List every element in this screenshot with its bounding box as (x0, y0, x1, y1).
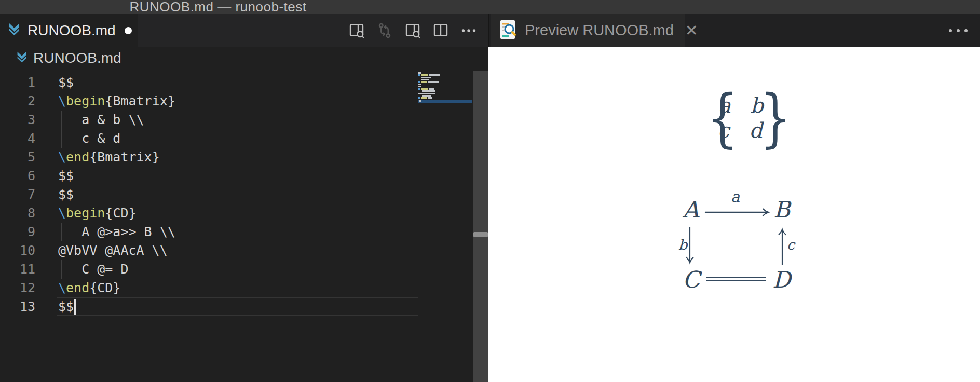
minimap-line (418, 97, 473, 99)
markdown-file-icon (7, 22, 21, 39)
code-line[interactable]: 11 C @= D (0, 260, 488, 279)
cd-node-D: D (772, 268, 791, 291)
line-number: 5 (0, 148, 35, 167)
code-text: A @>a>> B \\ (58, 223, 175, 241)
markdown-file-icon (16, 50, 28, 66)
open-changes-icon[interactable] (375, 21, 394, 40)
editor-actions (347, 14, 478, 47)
tab-label: Preview RUNOOB.md (525, 22, 674, 39)
minimap-line (418, 86, 473, 87)
code-text: a & b \\ (58, 111, 144, 129)
open-preview-icon[interactable] (403, 21, 422, 40)
matrix-cell-a: a (716, 92, 733, 118)
cd-arrow-up (778, 226, 786, 266)
minimap[interactable] (418, 72, 473, 103)
code-text: $$ (58, 185, 74, 204)
cd-arrow-down (686, 226, 694, 266)
line-number: 7 (0, 185, 35, 204)
window-titlebar: RUNOOB.md — runoob-test (0, 0, 980, 14)
tab-runoob-md[interactable]: RUNOOB.md (0, 14, 138, 47)
tab-label: RUNOOB.md (28, 22, 116, 39)
modified-indicator-dot (125, 27, 132, 34)
cd-node-C: C (683, 268, 700, 291)
code-line[interactable]: 6$$ (0, 167, 488, 185)
code-line[interactable]: 2\begin{Bmatrix} (0, 92, 488, 111)
code-line[interactable]: 13$$ (0, 297, 488, 316)
cd-label-c: c (787, 238, 795, 252)
split-editor-icon[interactable] (431, 21, 450, 40)
right-brace: } (760, 92, 792, 146)
code-line[interactable]: 5\end{Bmatrix} (0, 148, 488, 167)
line-number: 9 (0, 223, 35, 241)
sash-drag-handle[interactable] (473, 232, 488, 237)
cd-label-a: a (731, 190, 740, 204)
line-number: 8 (0, 204, 35, 223)
more-actions-icon[interactable] (459, 21, 478, 40)
close-tab-icon[interactable]: ✕ (685, 23, 698, 38)
code-text: c & d (58, 129, 120, 148)
cd-node-A: A (683, 198, 699, 221)
minimap-current-line (418, 100, 472, 103)
window-title: RUNOOB.md — runoob-test (130, 0, 307, 14)
line-number: 4 (0, 129, 35, 148)
rendered-bmatrix: { a b c d } (706, 92, 775, 146)
line-number: 11 (0, 260, 35, 279)
minimap-line (418, 81, 473, 83)
current-line-highlight (57, 297, 418, 316)
line-number: 2 (0, 92, 35, 111)
code-line[interactable]: 4 c & d (0, 129, 488, 148)
code-text: @VbVV @AAcA \\ (58, 241, 168, 260)
code-text: \end{Bmatrix} (58, 148, 160, 167)
right-tab-strip: Preview RUNOOB.md ✕ (488, 14, 980, 47)
code-line[interactable]: 3 a & b \\ (0, 111, 488, 129)
minimap-line (418, 88, 473, 90)
code-line[interactable]: 7$$ (0, 185, 488, 204)
matrix-cell-c: c (715, 117, 732, 143)
breadcrumb-item-filename: RUNOOB.md (33, 50, 121, 66)
line-number: 1 (0, 73, 35, 92)
left-tab-strip: RUNOOB.md (0, 14, 488, 47)
code-line[interactable]: 1$$ (0, 73, 488, 92)
line-number: 10 (0, 241, 35, 260)
breadcrumb[interactable]: RUNOOB.md (0, 47, 121, 70)
cd-arrow-right (705, 208, 772, 216)
code-line[interactable]: 8\begin{CD} (0, 204, 488, 223)
preview-more-actions-icon[interactable] (949, 14, 968, 47)
tab-preview-runoob-md[interactable]: Preview RUNOOB.md ✕ (491, 14, 685, 47)
code-text: $$ (58, 167, 74, 185)
open-preview-to-side-icon[interactable] (347, 21, 366, 40)
code-text: \begin{CD} (58, 204, 137, 223)
code-text: \end{CD} (58, 279, 120, 297)
line-number: 12 (0, 279, 35, 297)
vscode-window: RUNOOB.md — runoob-test RUNOOB.md (0, 0, 980, 382)
editor-scrollbar[interactable] (473, 71, 488, 382)
minimap-line (418, 77, 473, 78)
code-line[interactable]: 9 A @>a>> B \\ (0, 223, 488, 241)
minimap-line (418, 90, 473, 92)
code-lines[interactable]: 1$$2\begin{Bmatrix}3 a & b \\4 c & d5\en… (0, 73, 488, 316)
minimap-line (418, 95, 473, 97)
text-cursor (74, 299, 76, 315)
code-line[interactable]: 12\end{CD} (0, 279, 488, 297)
code-text: $$ (58, 73, 74, 92)
editor-group-right: Preview RUNOOB.md ✕ { a b c d } A B C D … (488, 14, 980, 382)
line-number: 3 (0, 111, 35, 129)
line-number: 6 (0, 167, 35, 185)
markdown-preview-pane[interactable]: { a b c d } A B C D a b c (488, 47, 980, 382)
code-text: \begin{Bmatrix} (58, 92, 175, 111)
rendered-cd-diagram: A B C D a b c (680, 194, 801, 294)
minimap-line (418, 93, 473, 94)
minimap-line (418, 79, 473, 80)
line-number: 13 (0, 297, 35, 316)
minimap-line (418, 84, 473, 85)
editor-group-left: RUNOOB.md (0, 14, 488, 382)
cd-node-B: B (773, 198, 790, 221)
code-text: C @= D (58, 260, 128, 279)
minimap-line (418, 74, 473, 76)
code-line[interactable]: 10@VbVV @AAcA \\ (0, 241, 488, 260)
minimap-line (418, 72, 473, 74)
cd-equals-edge (706, 277, 766, 281)
code-text: $$ (58, 297, 76, 316)
markdown-preview-icon (499, 18, 519, 43)
